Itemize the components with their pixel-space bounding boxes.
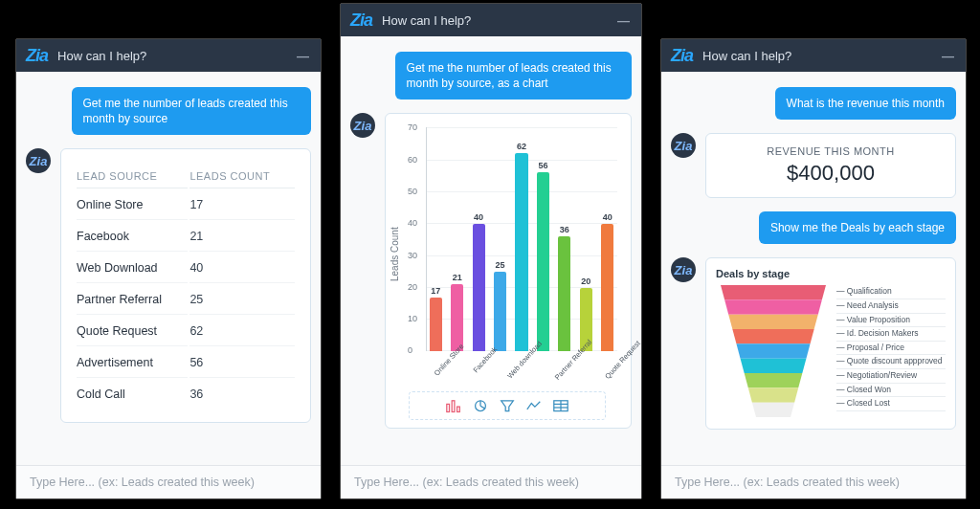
- table-row: Online Store17: [77, 190, 295, 220]
- svg-marker-16: [752, 403, 794, 417]
- funnel-card: Deals by stage — Qualification— Need Ana…: [705, 257, 956, 430]
- brand-logo: Zia: [671, 46, 693, 66]
- user-message: Get me the number of leads created this …: [395, 52, 632, 100]
- svg-marker-8: [721, 285, 826, 299]
- bot-avatar: Zia: [350, 113, 375, 138]
- brand-logo: Zia: [350, 11, 372, 31]
- kpi-card: REVENUE THIS MONTH $400,000: [705, 133, 956, 198]
- bot-avatar: Zia: [26, 148, 51, 173]
- funnel-title: Deals by stage: [716, 268, 946, 279]
- table-row: Facebook21: [77, 222, 295, 252]
- bot-avatar: Zia: [671, 257, 696, 282]
- table-icon[interactable]: [552, 398, 569, 413]
- header-prompt: How can I help?: [57, 49, 146, 63]
- chart-type-toolbar: [409, 391, 606, 420]
- leads-table: LEAD SOURCELEADS COUNT Online Store17 Fa…: [75, 161, 297, 410]
- svg-marker-14: [745, 373, 803, 387]
- minimize-button[interactable]: —: [942, 49, 956, 63]
- svg-marker-13: [741, 359, 807, 373]
- panel-header: Zia How can I help? —: [341, 4, 641, 36]
- table-row: Partner Referral25: [77, 285, 295, 315]
- chat-panel-table: Zia How can I help? — Get me the number …: [15, 38, 322, 499]
- chart-ylabel: Leads Count: [390, 123, 403, 386]
- svg-marker-12: [736, 344, 810, 359]
- brand-logo: Zia: [26, 46, 48, 66]
- kpi-value: $400,000: [720, 161, 942, 186]
- panel-header: Zia How can I help? —: [661, 39, 966, 72]
- svg-marker-9: [724, 300, 822, 315]
- user-message: What is the revenue this month: [775, 87, 956, 120]
- svg-marker-15: [748, 388, 798, 403]
- svg-marker-10: [728, 315, 818, 329]
- chat-panel-kpi: Zia How can I help? — What is the revenu…: [660, 38, 967, 499]
- response-card-table: LEAD SOURCELEADS COUNT Online Store17 Fa…: [60, 148, 311, 423]
- user-message: Show me the Deals by each stage: [759, 211, 956, 244]
- col-header-count: LEADS COUNT: [189, 163, 295, 188]
- header-prompt: How can I help?: [382, 13, 471, 28]
- bar-chart-icon[interactable]: [445, 398, 462, 413]
- response-card-chart: Leads Count 010203040506070 172140256256…: [385, 113, 632, 429]
- pie-chart-icon[interactable]: [472, 398, 489, 413]
- bar-chart: 010203040506070 172140256256362040 Onlin…: [405, 127, 621, 386]
- table-row: Cold Call36: [77, 380, 295, 409]
- svg-rect-1: [452, 401, 455, 412]
- line-chart-icon[interactable]: [525, 398, 543, 413]
- table-row: Advertisement56: [77, 348, 295, 378]
- kpi-label: REVENUE THIS MONTH: [720, 145, 942, 157]
- table-row: Web Download40: [77, 254, 295, 283]
- funnel-legend: — Qualification— Need Analysis— Value Pr…: [831, 285, 946, 419]
- svg-rect-2: [457, 407, 460, 411]
- svg-marker-11: [732, 329, 813, 343]
- bot-avatar: Zia: [671, 133, 696, 158]
- header-prompt: How can I help?: [702, 49, 791, 63]
- col-header-source: LEAD SOURCE: [77, 163, 188, 188]
- panel-header: Zia How can I help? —: [16, 39, 321, 72]
- minimize-button[interactable]: —: [297, 49, 311, 63]
- funnel-chart: [716, 285, 831, 419]
- svg-rect-0: [447, 405, 450, 412]
- minimize-button[interactable]: —: [617, 13, 632, 28]
- table-row: Quote Request62: [77, 317, 295, 346]
- chat-input[interactable]: [673, 475, 958, 490]
- funnel-icon[interactable]: [499, 398, 516, 413]
- chat-input[interactable]: [28, 475, 313, 490]
- chat-input[interactable]: [352, 475, 634, 490]
- user-message: Get me the number of leads created this …: [72, 87, 311, 135]
- chat-panel-chart: Zia How can I help? — Get me the number …: [340, 3, 642, 499]
